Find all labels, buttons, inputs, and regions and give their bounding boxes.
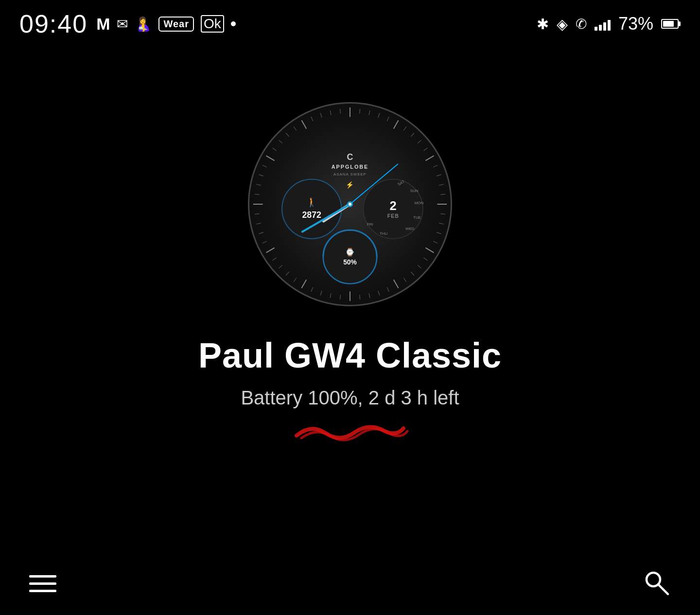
wifi-icon: ◈: [557, 16, 568, 33]
svg-line-32: [387, 287, 389, 292]
svg-line-59: [340, 109, 340, 114]
svg-text:C: C: [347, 152, 353, 162]
svg-text:WED: WED: [405, 227, 415, 231]
svg-line-12: [360, 109, 360, 114]
hamburger-menu-button[interactable]: [29, 575, 56, 592]
svg-line-41: [286, 272, 289, 275]
svg-line-2: [425, 156, 434, 160]
svg-line-7: [301, 280, 306, 288]
svg-line-35: [360, 295, 360, 299]
svg-line-8: [266, 248, 275, 253]
svg-line-15: [387, 117, 389, 121]
svg-line-21: [437, 175, 441, 176]
battery-percent: 73%: [618, 14, 653, 34]
watch-container[interactable]: C APPGLOBE ASANA SWEEP ⚡ 🚶 2872 SAT SUN: [248, 102, 452, 306]
svg-line-58: [330, 110, 331, 115]
svg-text:FRI: FRI: [367, 222, 373, 227]
svg-line-18: [418, 140, 421, 143]
svg-line-31: [403, 278, 406, 282]
svg-line-44: [262, 241, 267, 243]
svg-text:⌚: ⌚: [345, 247, 355, 257]
svg-line-48: [255, 194, 260, 194]
svg-text:2872: 2872: [302, 210, 321, 220]
svg-line-25: [439, 223, 444, 224]
svg-text:TUE: TUE: [413, 215, 421, 220]
svg-line-4: [425, 248, 434, 253]
red-squiggle: [287, 419, 413, 443]
watch-battery-status: Battery 100%, 2 d 3 h left: [241, 387, 459, 409]
baby-icon: 🤱: [135, 16, 152, 32]
svg-line-20: [433, 165, 438, 167]
svg-line-50: [259, 175, 263, 176]
svg-text:APPGLOBE: APPGLOBE: [332, 164, 369, 170]
search-icon: [642, 568, 671, 597]
svg-line-40: [294, 278, 297, 282]
gmail-icon: M: [96, 15, 110, 34]
svg-line-38: [320, 291, 322, 295]
wear-badge: Wear: [158, 17, 194, 32]
svg-line-26: [437, 232, 441, 234]
svg-line-30: [411, 272, 414, 275]
svg-text:🚶: 🚶: [306, 197, 317, 208]
svg-line-13: [369, 110, 370, 115]
svg-text:MON: MON: [415, 201, 424, 205]
watch-name[interactable]: Paul GW4 Classic: [198, 335, 502, 375]
main-content: C APPGLOBE ASANA SWEEP ⚡ 🚶 2872 SAT SUN: [0, 44, 700, 443]
svg-line-87: [658, 584, 668, 594]
svg-line-16: [403, 127, 406, 131]
status-left: 09:40 M ✉ 🤱 Wear Ok: [19, 9, 236, 38]
hamburger-line-2: [29, 582, 56, 585]
bluetooth-icon: ✱: [537, 16, 549, 33]
call-icon: ✆: [576, 16, 587, 32]
status-icons: M ✉ 🤱 Wear Ok: [96, 15, 236, 34]
svg-line-54: [286, 133, 289, 136]
svg-line-22: [439, 184, 444, 185]
svg-line-49: [256, 184, 261, 185]
svg-line-56: [311, 117, 313, 121]
svg-line-57: [320, 113, 322, 118]
svg-line-39: [311, 287, 313, 292]
svg-line-46: [256, 223, 261, 224]
svg-text:⚡: ⚡: [346, 181, 355, 190]
status-time: 09:40: [19, 9, 88, 38]
svg-line-19: [424, 148, 428, 151]
watch-svg: C APPGLOBE ASANA SWEEP ⚡ 🚶 2872 SAT SUN: [249, 104, 451, 305]
svg-text:2: 2: [390, 199, 397, 212]
svg-line-28: [424, 258, 428, 261]
svg-line-53: [279, 140, 282, 143]
svg-line-36: [340, 295, 340, 299]
svg-line-10: [266, 156, 275, 160]
status-bar: 09:40 M ✉ 🤱 Wear Ok ✱ ◈ ✆: [0, 0, 700, 44]
svg-text:THU: THU: [380, 231, 387, 236]
svg-line-34: [369, 293, 370, 298]
svg-line-55: [294, 127, 297, 131]
signal-icon: [595, 17, 611, 31]
svg-line-5: [394, 280, 399, 288]
svg-text:50%: 50%: [343, 259, 357, 266]
search-button[interactable]: [642, 568, 671, 599]
svg-text:SUN: SUN: [410, 189, 419, 193]
hamburger-line-3: [29, 590, 56, 592]
notification-dot: [231, 21, 236, 26]
email-icon: ✉: [117, 16, 128, 32]
svg-line-23: [440, 194, 445, 194]
svg-line-24: [440, 214, 445, 214]
svg-line-45: [259, 232, 263, 234]
bottom-nav-bar: [0, 552, 700, 615]
svg-text:ASANA SWEEP: ASANA SWEEP: [333, 172, 367, 176]
svg-line-51: [262, 165, 267, 167]
battery-icon: [661, 19, 681, 29]
svg-line-11: [301, 121, 306, 129]
svg-text:FEB: FEB: [387, 213, 399, 219]
svg-line-43: [273, 258, 277, 261]
ox-icon: Ok: [201, 15, 224, 33]
svg-line-27: [433, 241, 438, 243]
svg-line-17: [411, 133, 414, 136]
svg-line-1: [394, 121, 399, 129]
svg-line-14: [378, 113, 380, 118]
svg-line-52: [273, 148, 277, 151]
status-right: ✱ ◈ ✆ 73%: [537, 14, 681, 34]
hamburger-line-1: [29, 575, 56, 578]
svg-line-33: [378, 291, 380, 295]
svg-point-85: [349, 203, 351, 206]
